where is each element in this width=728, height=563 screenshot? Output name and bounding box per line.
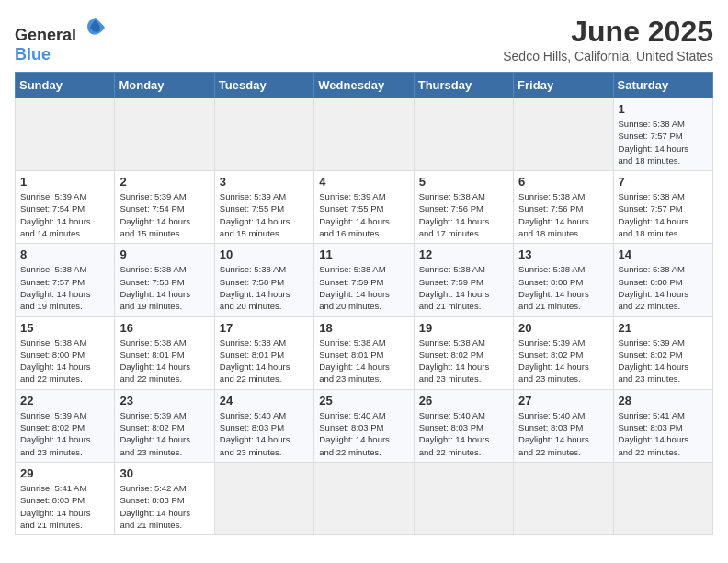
daylight-minutes: and 18 minutes. xyxy=(518,227,608,239)
calendar-cell: 5Sunrise: 5:38 AMSunset: 7:56 PMDaylight… xyxy=(414,171,513,244)
daylight-label: Daylight: 14 hours xyxy=(220,433,309,445)
daylight-label: Daylight: 14 hours xyxy=(119,433,209,445)
sunrise-text: Sunrise: 5:38 AM xyxy=(119,337,209,349)
daylight-label: Daylight: 14 hours xyxy=(319,361,408,373)
day-info: Sunrise: 5:39 AMSunset: 8:02 PMDaylight:… xyxy=(20,409,109,458)
weekday-header: Monday xyxy=(115,73,214,98)
sunrise-text: Sunrise: 5:42 AM xyxy=(119,482,209,494)
day-number: 26 xyxy=(419,394,508,408)
sunrise-text: Sunrise: 5:39 AM xyxy=(619,337,708,349)
sunrise-text: Sunrise: 5:39 AM xyxy=(20,409,109,421)
sunset-text: Sunset: 8:02 PM xyxy=(419,349,508,361)
sunset-text: Sunset: 8:03 PM xyxy=(220,421,309,433)
day-info: Sunrise: 5:40 AMSunset: 8:03 PMDaylight:… xyxy=(319,409,408,458)
daylight-label: Daylight: 14 hours xyxy=(419,433,508,445)
sunrise-text: Sunrise: 5:38 AM xyxy=(419,337,508,349)
sunset-text: Sunset: 8:03 PM xyxy=(419,421,508,433)
day-info: Sunrise: 5:38 AMSunset: 8:00 PMDaylight:… xyxy=(619,263,708,312)
daylight-label: Daylight: 14 hours xyxy=(619,143,708,155)
day-info: Sunrise: 5:41 AMSunset: 8:03 PMDaylight:… xyxy=(619,409,708,458)
day-number: 8 xyxy=(20,247,109,261)
calendar-cell: 8Sunrise: 5:38 AMSunset: 7:57 PMDaylight… xyxy=(16,244,115,316)
daylight-minutes: and 14 minutes. xyxy=(20,227,109,239)
daylight-minutes: and 19 minutes. xyxy=(20,300,109,312)
day-number: 2 xyxy=(119,175,209,189)
daylight-minutes: and 21 minutes. xyxy=(119,519,209,531)
day-number: 15 xyxy=(20,321,109,335)
calendar-cell: 21Sunrise: 5:39 AMSunset: 8:02 PMDayligh… xyxy=(613,316,712,389)
day-info: Sunrise: 5:38 AMSunset: 8:00 PMDaylight:… xyxy=(20,337,109,385)
daylight-minutes: and 23 minutes. xyxy=(518,373,608,385)
sunset-text: Sunset: 7:57 PM xyxy=(20,276,109,288)
sunrise-text: Sunrise: 5:41 AM xyxy=(619,409,708,421)
day-info: Sunrise: 5:38 AMSunset: 7:57 PMDaylight:… xyxy=(619,118,708,167)
day-number: 23 xyxy=(119,394,209,408)
sunrise-text: Sunrise: 5:38 AM xyxy=(419,263,508,275)
daylight-minutes: and 22 minutes. xyxy=(419,446,508,458)
weekday-header: Saturday xyxy=(613,73,712,98)
sunrise-text: Sunrise: 5:38 AM xyxy=(319,337,408,349)
day-number: 22 xyxy=(20,394,109,408)
calendar-cell: 6Sunrise: 5:38 AMSunset: 7:56 PMDaylight… xyxy=(514,171,613,244)
daylight-label: Daylight: 14 hours xyxy=(119,361,209,373)
sunrise-text: Sunrise: 5:39 AM xyxy=(119,409,209,421)
sunset-text: Sunset: 8:00 PM xyxy=(619,276,708,288)
calendar-cell: 23Sunrise: 5:39 AMSunset: 8:02 PMDayligh… xyxy=(115,389,214,462)
day-number: 25 xyxy=(319,394,408,408)
daylight-minutes: and 15 minutes. xyxy=(220,227,309,239)
daylight-label: Daylight: 14 hours xyxy=(319,433,408,445)
daylight-minutes: and 22 minutes. xyxy=(619,300,708,312)
logo-icon xyxy=(83,15,108,40)
calendar-cell xyxy=(314,98,414,171)
weekday-header: Sunday xyxy=(16,73,115,98)
calendar-cell: 19Sunrise: 5:38 AMSunset: 8:02 PMDayligh… xyxy=(414,316,513,389)
sunset-text: Sunset: 7:59 PM xyxy=(319,276,408,288)
day-info: Sunrise: 5:40 AMSunset: 8:03 PMDaylight:… xyxy=(220,409,309,458)
daylight-label: Daylight: 14 hours xyxy=(20,433,109,445)
sunrise-text: Sunrise: 5:41 AM xyxy=(20,482,109,494)
sunrise-text: Sunrise: 5:38 AM xyxy=(119,263,209,275)
sunrise-text: Sunrise: 5:40 AM xyxy=(518,409,608,421)
calendar-cell: 12Sunrise: 5:38 AMSunset: 7:59 PMDayligh… xyxy=(414,244,513,316)
daylight-minutes: and 22 minutes. xyxy=(220,373,309,385)
calendar-cell: 11Sunrise: 5:38 AMSunset: 7:59 PMDayligh… xyxy=(314,244,414,316)
day-number: 4 xyxy=(319,175,408,189)
sunset-text: Sunset: 7:55 PM xyxy=(319,202,408,214)
sunset-text: Sunset: 7:57 PM xyxy=(619,130,708,142)
calendar-cell: 24Sunrise: 5:40 AMSunset: 8:03 PMDayligh… xyxy=(214,389,313,462)
calendar-cell xyxy=(514,98,613,171)
daylight-minutes: and 21 minutes. xyxy=(20,519,109,531)
calendar-cell: 26Sunrise: 5:40 AMSunset: 8:03 PMDayligh… xyxy=(414,389,513,462)
day-number: 29 xyxy=(20,466,109,480)
daylight-minutes: and 23 minutes. xyxy=(220,446,309,458)
sunrise-text: Sunrise: 5:40 AM xyxy=(220,409,309,421)
day-number: 5 xyxy=(419,175,508,189)
day-info: Sunrise: 5:38 AMSunset: 7:56 PMDaylight:… xyxy=(419,190,508,239)
calendar-cell: 29Sunrise: 5:41 AMSunset: 8:03 PMDayligh… xyxy=(16,462,115,534)
daylight-label: Daylight: 14 hours xyxy=(419,288,508,300)
sunset-text: Sunset: 8:02 PM xyxy=(619,349,708,361)
daylight-label: Daylight: 14 hours xyxy=(20,361,109,373)
daylight-minutes: and 22 minutes. xyxy=(518,446,608,458)
daylight-label: Daylight: 14 hours xyxy=(20,288,109,300)
sunset-text: Sunset: 8:03 PM xyxy=(619,421,708,433)
daylight-label: Daylight: 14 hours xyxy=(619,215,708,227)
day-info: Sunrise: 5:38 AMSunset: 8:01 PMDaylight:… xyxy=(119,337,209,385)
sunset-text: Sunset: 8:01 PM xyxy=(220,349,309,361)
daylight-label: Daylight: 14 hours xyxy=(419,215,508,227)
daylight-minutes: and 21 minutes. xyxy=(419,300,508,312)
calendar-cell: 13Sunrise: 5:38 AMSunset: 8:00 PMDayligh… xyxy=(514,244,613,316)
calendar-cell: 2Sunrise: 5:39 AMSunset: 7:54 PMDaylight… xyxy=(115,171,214,244)
day-number: 11 xyxy=(319,247,408,261)
day-number: 14 xyxy=(619,247,708,261)
calendar-table: SundayMondayTuesdayWednesdayThursdayFrid… xyxy=(15,72,713,535)
day-number: 9 xyxy=(119,247,209,261)
sunrise-text: Sunrise: 5:39 AM xyxy=(220,190,309,202)
day-info: Sunrise: 5:38 AMSunset: 7:58 PMDaylight:… xyxy=(220,263,309,312)
calendar-cell: 14Sunrise: 5:38 AMSunset: 8:00 PMDayligh… xyxy=(613,244,712,316)
day-number: 1 xyxy=(619,102,708,116)
day-info: Sunrise: 5:40 AMSunset: 8:03 PMDaylight:… xyxy=(419,409,508,458)
daylight-label: Daylight: 14 hours xyxy=(119,507,209,519)
title-area: June 2025 Sedco Hills, California, Unite… xyxy=(503,15,713,63)
day-number: 17 xyxy=(220,321,309,335)
